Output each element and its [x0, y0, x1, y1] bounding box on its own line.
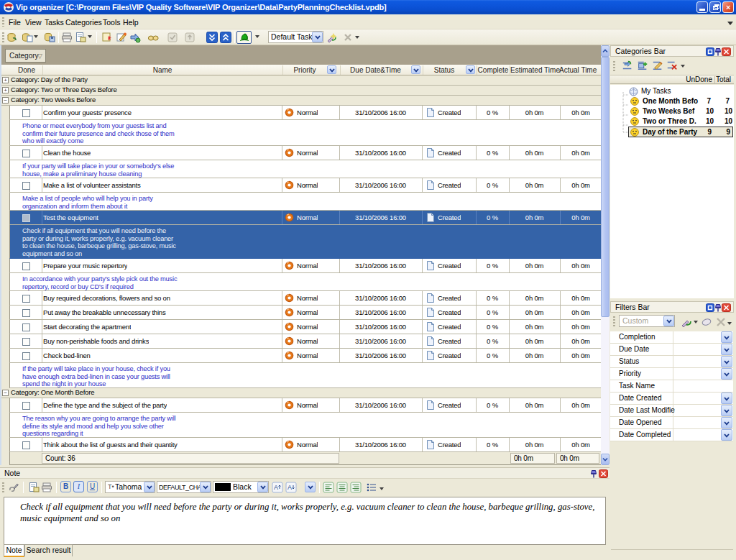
svg-text:A: A: [274, 484, 278, 491]
svg-text:A: A: [288, 484, 292, 491]
